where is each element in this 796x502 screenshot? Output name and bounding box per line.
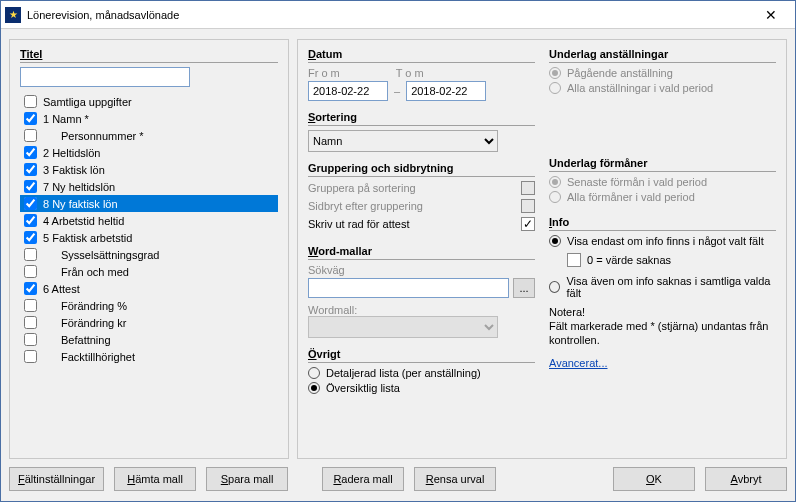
right-panel: Datum Fr o m T o m – Sortering [297, 39, 787, 459]
checklist-row[interactable]: Facktillhörighet [20, 348, 278, 365]
footer: Fältinställningar Hämta mall Spara mall … [1, 463, 795, 501]
datum-title: atum [316, 48, 342, 60]
visa-endast-label: Visa endast om info finns i något valt f… [567, 235, 764, 247]
checklist-checkbox[interactable] [24, 316, 37, 329]
checklist-row[interactable]: Förändring kr [20, 314, 278, 331]
checklist-label: 6 Attest [43, 283, 80, 295]
checklist-label: Förändring kr [43, 317, 126, 329]
checklist-checkbox[interactable] [24, 197, 37, 210]
checklist-row[interactable]: 4 Arbetstid heltid [20, 212, 278, 229]
checklist-label: 3 Faktisk lön [43, 164, 105, 176]
titel-heading: Titel [20, 48, 278, 63]
checklist-row[interactable]: Befattning [20, 331, 278, 348]
checklist-row[interactable]: 7 Ny heltidslön [20, 178, 278, 195]
checklist-row[interactable]: Sysselsättningsgrad [20, 246, 278, 263]
sortering-title: ortering [315, 111, 357, 123]
checklist-row[interactable]: Personnummer * [20, 127, 278, 144]
to-label: T o m [396, 67, 424, 79]
alla-forman-radio[interactable]: Alla förmåner i vald period [549, 191, 776, 203]
oversiktlig-radio[interactable]: Översiktlig lista [308, 382, 535, 394]
checklist-checkbox[interactable] [24, 163, 37, 176]
date-dash: – [394, 85, 400, 97]
checklist-row[interactable]: 5 Faktisk arbetstid [20, 229, 278, 246]
sokvag-input[interactable] [308, 278, 509, 298]
alla-anst-radio[interactable]: Alla anställningar i vald period [549, 82, 776, 94]
word-title: ord-mallar [318, 245, 372, 257]
varde-saknas-label: 0 = värde saknas [587, 254, 671, 266]
senaste-forman-radio[interactable]: Senaste förmån i vald period [549, 176, 776, 188]
checklist-label: 1 Namn * [43, 113, 89, 125]
checklist-checkbox[interactable] [24, 282, 37, 295]
checklist-checkbox[interactable] [24, 350, 37, 363]
avbryt-button[interactable]: Avbryt [705, 467, 787, 491]
checklist-row[interactable]: 3 Faktisk lön [20, 161, 278, 178]
checklist-row[interactable]: 1 Namn * [20, 110, 278, 127]
checklist-checkbox[interactable] [24, 265, 37, 278]
close-button[interactable]: ✕ [751, 4, 791, 26]
checklist-checkbox[interactable] [24, 214, 37, 227]
info-group: Info Visa endast om info finns i något v… [549, 216, 776, 369]
checklist-row[interactable]: 8 Ny faktisk lön [20, 195, 278, 212]
checklist-checkbox[interactable] [24, 146, 37, 159]
checklist-checkbox[interactable] [24, 231, 37, 244]
radera-mall-button[interactable]: Radera mall [322, 467, 404, 491]
checklist-row[interactable]: Samtliga uppgifter [20, 93, 278, 110]
spara-mall-button[interactable]: Spara mall [206, 467, 288, 491]
checklist-label: 7 Ny heltidslön [43, 181, 115, 193]
anstallningar-group: Underlag anställningar Pågående anställn… [549, 48, 776, 97]
checklist-label: 2 Heltidslön [43, 147, 100, 159]
checklist-checkbox[interactable] [24, 180, 37, 193]
pagaende-radio[interactable]: Pågående anställning [549, 67, 776, 79]
gruppera-label: Gruppera på sortering [308, 182, 416, 194]
from-date-input[interactable] [308, 81, 388, 101]
visa-aven-radio[interactable]: Visa även om info saknas i samtliga vald… [549, 275, 776, 299]
checklist-checkbox[interactable] [24, 95, 37, 108]
visa-aven-label: Visa även om info saknas i samtliga vald… [566, 275, 776, 299]
gruppering-title: Gruppering och sidbrytning [308, 162, 535, 177]
detaljerad-label: Detaljerad lista (per anställning) [326, 367, 481, 379]
visa-endast-radio[interactable]: Visa endast om info finns i något valt f… [549, 235, 776, 247]
alla-forman-label: Alla förmåner i vald period [567, 191, 695, 203]
gruppera-checkbox [521, 181, 535, 195]
to-date-input[interactable] [406, 81, 486, 101]
checklist-label: 5 Faktisk arbetstid [43, 232, 132, 244]
ok-button[interactable]: OK [613, 467, 695, 491]
checklist-checkbox[interactable] [24, 112, 37, 125]
sidbryt-label: Sidbryt efter gruppering [308, 200, 423, 212]
checklist-row[interactable]: 6 Attest [20, 280, 278, 297]
varde-saknas-checkbox[interactable]: 0 = värde saknas [567, 253, 671, 267]
checklist-label: Sysselsättningsgrad [43, 249, 159, 261]
formaner-group: Underlag förmåner Senaste förmån i vald … [549, 157, 776, 206]
attest-checkbox[interactable]: ✓ [521, 217, 535, 231]
checklist-checkbox[interactable] [24, 248, 37, 261]
wordmall-label: Wordmall: [308, 304, 535, 316]
titel-input[interactable] [20, 67, 190, 87]
dialog-window: ★ Lönerevision, månadsavlönade ✕ Titel S… [0, 0, 796, 502]
rensa-urval-button[interactable]: Rensa urval [414, 467, 496, 491]
faltinstallningar-button[interactable]: Fältinställningar [9, 467, 104, 491]
checklist-row[interactable]: 2 Heltidslön [20, 144, 278, 161]
checklist-checkbox[interactable] [24, 333, 37, 346]
pagaende-label: Pågående anställning [567, 67, 673, 79]
field-checklist[interactable]: Samtliga uppgifter1 Namn *Personnummer *… [20, 93, 278, 448]
senaste-forman-label: Senaste förmån i vald period [567, 176, 707, 188]
hamta-mall-button[interactable]: Hämta mall [114, 467, 196, 491]
checklist-label: Personnummer * [43, 130, 144, 142]
checklist-label: Förändring % [43, 300, 127, 312]
notera-title: Notera! [549, 305, 776, 319]
detaljerad-radio[interactable]: Detaljerad lista (per anställning) [308, 367, 535, 379]
titlebar: ★ Lönerevision, månadsavlönade ✕ [1, 1, 795, 29]
oversiktlig-label: Översiktlig lista [326, 382, 400, 394]
checklist-label: Från och med [43, 266, 129, 278]
sortering-select[interactable]: Namn [308, 130, 498, 152]
checklist-label: 4 Arbetstid heltid [43, 215, 124, 227]
checklist-checkbox[interactable] [24, 129, 37, 142]
checklist-row[interactable]: Från och med [20, 263, 278, 280]
gruppering-group: Gruppering och sidbrytning Gruppera på s… [308, 162, 535, 235]
checklist-row[interactable]: Förändring % [20, 297, 278, 314]
browse-button[interactable]: ... [513, 278, 535, 298]
word-group: Word-mallar Sökväg ... Wordmall: [308, 245, 535, 338]
checklist-checkbox[interactable] [24, 299, 37, 312]
checklist-label: Facktillhörighet [43, 351, 135, 363]
avancerat-link[interactable]: Avancerat... [549, 357, 608, 369]
